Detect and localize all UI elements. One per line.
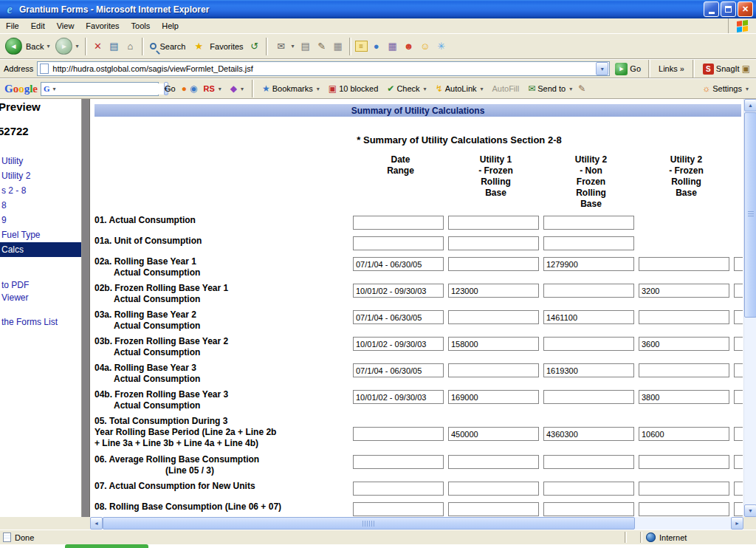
address-input[interactable] <box>51 63 596 75</box>
field-05-col4[interactable] <box>639 427 729 441</box>
field-04b-col3[interactable] <box>543 390 634 404</box>
messenger-icon[interactable]: ☻ <box>402 39 416 54</box>
vertical-scroll-thumb[interactable] <box>744 112 756 318</box>
field-04a-col4[interactable] <box>639 363 729 377</box>
sidebar-item-to-pdf[interactable]: to PDF <box>0 279 81 292</box>
field-04b-col5[interactable] <box>734 390 743 404</box>
globe-icon[interactable]: ● <box>369 39 384 54</box>
mail-button[interactable]: ✉ ▾ <box>272 38 297 55</box>
field-04a-col1[interactable] <box>353 363 444 377</box>
sidebar-item-fuel-type[interactable]: Fuel Type <box>0 227 81 242</box>
field-01a-col1[interactable] <box>353 236 444 250</box>
field-01-col1[interactable] <box>353 216 444 230</box>
field-04a-col3[interactable] <box>543 363 634 377</box>
field-03a-col3[interactable] <box>543 310 634 324</box>
field-02a-col4[interactable] <box>639 257 729 271</box>
forward-button[interactable]: ► ▾ <box>53 37 80 55</box>
stop-icon[interactable]: ✕ <box>91 39 106 54</box>
settings-menu[interactable]: ☼ Settings ▾ <box>699 83 752 94</box>
address-dropdown-button[interactable]: ▾ <box>596 62 608 75</box>
links-menu[interactable]: Links » <box>656 64 687 73</box>
minimize-button[interactable] <box>704 1 719 17</box>
field-03a-col2[interactable] <box>448 310 539 324</box>
spellcheck-menu[interactable]: ✔ Check ▾ <box>384 83 429 94</box>
print-icon[interactable]: ▤ <box>298 39 313 54</box>
menu-item-help[interactable]: Help <box>156 18 185 33</box>
history-icon[interactable]: ↺ <box>247 39 262 54</box>
sidebar-item-utility[interactable]: Utility <box>0 154 81 168</box>
pagerank-icon[interactable]: ● <box>182 83 187 94</box>
autolink-menu[interactable]: ↯ AutoLink ▾ <box>433 83 487 94</box>
google-go-button[interactable]: Go <box>162 84 179 93</box>
field-08-col2[interactable] <box>448 502 539 516</box>
popup-blocker-button[interactable]: ▣ 10 blocked <box>326 83 382 94</box>
google-g-icon[interactable]: G <box>44 84 50 93</box>
scroll-down-button[interactable]: ▼ <box>744 504 756 517</box>
field-07-col1[interactable] <box>353 482 444 496</box>
field-04b-col2[interactable] <box>448 390 539 404</box>
page-icon[interactable]: ▤ <box>107 39 122 54</box>
rs-menu[interactable]: RS ▾ <box>200 84 224 93</box>
field-03a-col1[interactable] <box>353 310 444 324</box>
field-01a-col2[interactable] <box>448 236 539 250</box>
field-02b-col2[interactable] <box>448 284 539 298</box>
horizontal-scroll-thumb[interactable] <box>103 517 635 530</box>
field-07-col5[interactable] <box>734 482 743 496</box>
go-button[interactable]: ► Go <box>614 63 642 75</box>
field-01-col2[interactable] <box>448 216 539 230</box>
field-06-col1[interactable] <box>353 455 444 469</box>
field-02b-col5[interactable] <box>734 284 743 298</box>
field-08-col1[interactable] <box>353 502 444 516</box>
sidebar-item-s-2-8[interactable]: s 2 - 8 <box>0 183 81 198</box>
discuss-icon[interactable]: ≡ <box>355 41 368 52</box>
field-06-col3[interactable] <box>543 455 634 469</box>
field-05-col3[interactable] <box>543 427 634 441</box>
field-06-col2[interactable] <box>448 455 539 469</box>
field-06-col4[interactable] <box>639 455 729 469</box>
autofill-button[interactable]: AutoFill <box>489 84 523 93</box>
smiley-icon[interactable]: ☺ <box>418 39 433 54</box>
field-03b-col2[interactable] <box>448 337 539 351</box>
close-button[interactable]: ✕ <box>738 1 753 17</box>
field-03b-col4[interactable] <box>639 337 729 351</box>
field-01-col3[interactable] <box>543 216 634 230</box>
menu-item-favorites[interactable]: Favorites <box>80 18 125 33</box>
sidebar-item-utility-2[interactable]: Utility 2 <box>0 168 81 183</box>
scroll-right-button[interactable]: ► <box>731 517 743 530</box>
bookmarks-menu[interactable]: ★ Bookmarks ▾ <box>259 83 323 94</box>
msn-icon[interactable]: ✳ <box>434 39 449 54</box>
sidebar-item-calcs[interactable]: Calcs <box>0 242 81 257</box>
vertical-scrollbar[interactable]: ▲ ▼ <box>743 99 756 517</box>
home-icon[interactable]: ⌂ <box>123 39 138 54</box>
field-05-col5[interactable] <box>734 427 743 441</box>
field-04a-col5[interactable] <box>734 363 743 377</box>
field-06-col5[interactable] <box>734 455 743 469</box>
sidebar-item-9[interactable]: 9 <box>0 213 81 227</box>
field-04b-col4[interactable] <box>639 390 729 404</box>
scroll-left-button[interactable]: ◄ <box>90 517 103 530</box>
page-info-menu[interactable]: ◆ ▾ <box>227 83 247 94</box>
field-02b-col3[interactable] <box>543 284 634 298</box>
menu-item-edit[interactable]: Edit <box>25 18 51 33</box>
field-08-col5[interactable] <box>734 502 743 516</box>
menu-item-tools[interactable]: Tools <box>126 18 157 33</box>
field-03a-col4[interactable] <box>639 310 729 324</box>
field-03a-col5[interactable] <box>734 310 743 324</box>
field-07-col2[interactable] <box>448 482 539 496</box>
field-04b-col1[interactable] <box>353 390 444 404</box>
field-03b-col1[interactable] <box>353 337 444 351</box>
sidebar-item-8[interactable]: 8 <box>0 198 81 213</box>
sendto-menu[interactable]: ✉ Send to ▾ <box>525 83 575 94</box>
forward-dropdown-icon[interactable]: ▾ <box>75 43 78 49</box>
snagit-button[interactable]: S SnagIt ▣ <box>701 64 752 75</box>
field-03b-col3[interactable] <box>543 337 634 351</box>
google-search-input[interactable] <box>56 83 164 95</box>
edit-icon[interactable]: ✎ <box>315 39 329 54</box>
field-02a-col5[interactable] <box>734 257 743 271</box>
field-07-col4[interactable] <box>639 482 729 496</box>
horizontal-scrollbar[interactable]: ◄ ► <box>90 517 743 530</box>
frame-splitter[interactable] <box>81 99 90 517</box>
field-07-col3[interactable] <box>543 482 634 496</box>
info-ring-icon[interactable]: ◉ <box>190 83 197 94</box>
field-04a-col2[interactable] <box>448 363 539 377</box>
